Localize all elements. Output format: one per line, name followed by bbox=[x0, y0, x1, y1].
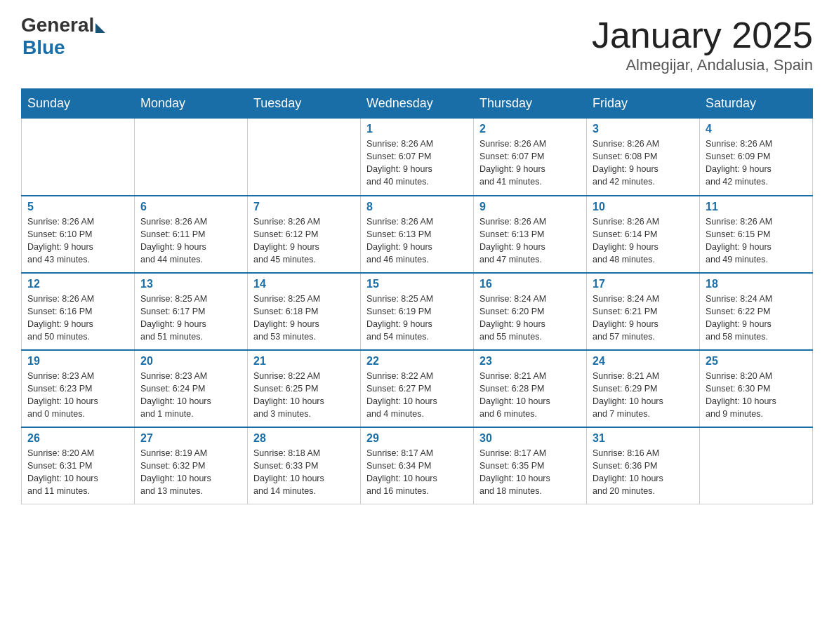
day-info: Sunrise: 8:25 AM Sunset: 6:19 PM Dayligh… bbox=[366, 293, 468, 344]
day-number: 25 bbox=[706, 355, 807, 368]
month-title: January 2025 bbox=[592, 14, 813, 56]
day-number: 15 bbox=[366, 278, 468, 290]
calendar-cell: 26Sunrise: 8:20 AM Sunset: 6:31 PM Dayli… bbox=[22, 427, 135, 504]
calendar-cell: 12Sunrise: 8:26 AM Sunset: 6:16 PM Dayli… bbox=[22, 273, 135, 350]
day-number: 3 bbox=[593, 123, 694, 135]
calendar-cell: 8Sunrise: 8:26 AM Sunset: 6:13 PM Daylig… bbox=[361, 196, 474, 273]
calendar-cell: 2Sunrise: 8:26 AM Sunset: 6:07 PM Daylig… bbox=[474, 119, 587, 196]
calendar-cell: 9Sunrise: 8:26 AM Sunset: 6:13 PM Daylig… bbox=[474, 196, 587, 273]
day-info: Sunrise: 8:18 AM Sunset: 6:33 PM Dayligh… bbox=[253, 447, 355, 498]
day-info: Sunrise: 8:16 AM Sunset: 6:36 PM Dayligh… bbox=[593, 447, 694, 498]
day-info: Sunrise: 8:26 AM Sunset: 6:12 PM Dayligh… bbox=[253, 215, 355, 267]
calendar-cell: 30Sunrise: 8:17 AM Sunset: 6:35 PM Dayli… bbox=[474, 427, 587, 504]
calendar-cell: 17Sunrise: 8:24 AM Sunset: 6:21 PM Dayli… bbox=[587, 273, 700, 350]
day-info: Sunrise: 8:22 AM Sunset: 6:27 PM Dayligh… bbox=[366, 370, 468, 421]
day-info: Sunrise: 8:21 AM Sunset: 6:28 PM Dayligh… bbox=[479, 370, 581, 421]
calendar-cell: 28Sunrise: 8:18 AM Sunset: 6:33 PM Dayli… bbox=[248, 427, 361, 504]
day-info: Sunrise: 8:26 AM Sunset: 6:08 PM Dayligh… bbox=[593, 137, 694, 189]
day-number: 17 bbox=[593, 278, 694, 290]
calendar-table: SundayMondayTuesdayWednesdayThursdayFrid… bbox=[21, 88, 813, 504]
day-info: Sunrise: 8:19 AM Sunset: 6:32 PM Dayligh… bbox=[140, 447, 241, 498]
day-info: Sunrise: 8:26 AM Sunset: 6:10 PM Dayligh… bbox=[27, 215, 128, 267]
calendar-week-row: 12Sunrise: 8:26 AM Sunset: 6:16 PM Dayli… bbox=[22, 273, 813, 350]
day-info: Sunrise: 8:23 AM Sunset: 6:24 PM Dayligh… bbox=[140, 370, 241, 421]
day-info: Sunrise: 8:26 AM Sunset: 6:14 PM Dayligh… bbox=[593, 215, 694, 267]
day-number: 4 bbox=[706, 123, 807, 135]
day-number: 23 bbox=[479, 355, 581, 368]
calendar-week-row: 19Sunrise: 8:23 AM Sunset: 6:23 PM Dayli… bbox=[22, 350, 813, 427]
calendar-cell: 19Sunrise: 8:23 AM Sunset: 6:23 PM Dayli… bbox=[22, 350, 135, 427]
title-area: January 2025 Almegijar, Andalusia, Spain bbox=[592, 14, 813, 74]
calendar-cell: 5Sunrise: 8:26 AM Sunset: 6:10 PM Daylig… bbox=[22, 196, 135, 273]
calendar-cell: 29Sunrise: 8:17 AM Sunset: 6:34 PM Dayli… bbox=[361, 427, 474, 504]
day-info: Sunrise: 8:20 AM Sunset: 6:31 PM Dayligh… bbox=[27, 447, 128, 498]
calendar-cell: 31Sunrise: 8:16 AM Sunset: 6:36 PM Dayli… bbox=[587, 427, 700, 504]
calendar-header-row: SundayMondayTuesdayWednesdayThursdayFrid… bbox=[22, 89, 813, 119]
day-number: 14 bbox=[253, 278, 355, 290]
day-of-week-header: Wednesday bbox=[361, 89, 474, 119]
day-number: 6 bbox=[140, 201, 241, 213]
calendar-cell: 13Sunrise: 8:25 AM Sunset: 6:17 PM Dayli… bbox=[135, 273, 248, 350]
calendar-cell: 15Sunrise: 8:25 AM Sunset: 6:19 PM Dayli… bbox=[361, 273, 474, 350]
day-number: 18 bbox=[706, 278, 807, 290]
logo-arrow-icon bbox=[95, 23, 105, 33]
day-number: 9 bbox=[479, 201, 581, 213]
calendar-week-row: 5Sunrise: 8:26 AM Sunset: 6:10 PM Daylig… bbox=[22, 196, 813, 273]
day-number: 30 bbox=[479, 432, 581, 445]
day-info: Sunrise: 8:26 AM Sunset: 6:07 PM Dayligh… bbox=[366, 137, 468, 189]
calendar-cell: 3Sunrise: 8:26 AM Sunset: 6:08 PM Daylig… bbox=[587, 119, 700, 196]
calendar-cell: 22Sunrise: 8:22 AM Sunset: 6:27 PM Dayli… bbox=[361, 350, 474, 427]
day-number: 11 bbox=[706, 201, 807, 213]
day-number: 24 bbox=[593, 355, 694, 368]
day-number: 2 bbox=[479, 123, 581, 135]
calendar-cell: 23Sunrise: 8:21 AM Sunset: 6:28 PM Dayli… bbox=[474, 350, 587, 427]
day-info: Sunrise: 8:24 AM Sunset: 6:20 PM Dayligh… bbox=[479, 293, 581, 344]
day-number: 21 bbox=[253, 355, 355, 368]
calendar-week-row: 26Sunrise: 8:20 AM Sunset: 6:31 PM Dayli… bbox=[22, 427, 813, 504]
page-header: General Blue January 2025 Almegijar, And… bbox=[21, 14, 813, 74]
day-number: 27 bbox=[140, 432, 241, 445]
day-number: 29 bbox=[366, 432, 468, 445]
day-info: Sunrise: 8:17 AM Sunset: 6:35 PM Dayligh… bbox=[479, 447, 581, 498]
day-number: 7 bbox=[253, 201, 355, 213]
day-of-week-header: Thursday bbox=[474, 89, 587, 119]
day-of-week-header: Tuesday bbox=[248, 89, 361, 119]
calendar-cell bbox=[135, 119, 248, 196]
day-info: Sunrise: 8:23 AM Sunset: 6:23 PM Dayligh… bbox=[27, 370, 128, 421]
day-info: Sunrise: 8:26 AM Sunset: 6:13 PM Dayligh… bbox=[366, 215, 468, 267]
calendar-cell bbox=[700, 427, 813, 504]
day-of-week-header: Monday bbox=[135, 89, 248, 119]
day-number: 5 bbox=[27, 201, 128, 213]
calendar-cell: 10Sunrise: 8:26 AM Sunset: 6:14 PM Dayli… bbox=[587, 196, 700, 273]
day-info: Sunrise: 8:24 AM Sunset: 6:22 PM Dayligh… bbox=[706, 293, 807, 344]
day-of-week-header: Friday bbox=[587, 89, 700, 119]
day-number: 8 bbox=[366, 201, 468, 213]
day-info: Sunrise: 8:22 AM Sunset: 6:25 PM Dayligh… bbox=[253, 370, 355, 421]
day-info: Sunrise: 8:25 AM Sunset: 6:17 PM Dayligh… bbox=[140, 293, 241, 344]
day-number: 12 bbox=[27, 278, 128, 290]
day-info: Sunrise: 8:26 AM Sunset: 6:15 PM Dayligh… bbox=[706, 215, 807, 267]
day-info: Sunrise: 8:25 AM Sunset: 6:18 PM Dayligh… bbox=[253, 293, 355, 344]
calendar-cell: 24Sunrise: 8:21 AM Sunset: 6:29 PM Dayli… bbox=[587, 350, 700, 427]
day-number: 31 bbox=[593, 432, 694, 445]
calendar-cell: 6Sunrise: 8:26 AM Sunset: 6:11 PM Daylig… bbox=[135, 196, 248, 273]
calendar-cell: 7Sunrise: 8:26 AM Sunset: 6:12 PM Daylig… bbox=[248, 196, 361, 273]
calendar-cell bbox=[248, 119, 361, 196]
calendar-cell: 18Sunrise: 8:24 AM Sunset: 6:22 PM Dayli… bbox=[700, 273, 813, 350]
day-info: Sunrise: 8:21 AM Sunset: 6:29 PM Dayligh… bbox=[593, 370, 694, 421]
logo-blue-text: Blue bbox=[22, 36, 65, 59]
calendar-cell: 27Sunrise: 8:19 AM Sunset: 6:32 PM Dayli… bbox=[135, 427, 248, 504]
calendar-cell: 20Sunrise: 8:23 AM Sunset: 6:24 PM Dayli… bbox=[135, 350, 248, 427]
day-info: Sunrise: 8:26 AM Sunset: 6:16 PM Dayligh… bbox=[27, 293, 128, 344]
day-info: Sunrise: 8:20 AM Sunset: 6:30 PM Dayligh… bbox=[706, 370, 807, 421]
day-number: 10 bbox=[593, 201, 694, 213]
calendar-cell: 11Sunrise: 8:26 AM Sunset: 6:15 PM Dayli… bbox=[700, 196, 813, 273]
day-of-week-header: Saturday bbox=[700, 89, 813, 119]
calendar-cell: 14Sunrise: 8:25 AM Sunset: 6:18 PM Dayli… bbox=[248, 273, 361, 350]
day-info: Sunrise: 8:26 AM Sunset: 6:07 PM Dayligh… bbox=[479, 137, 581, 189]
calendar-week-row: 1Sunrise: 8:26 AM Sunset: 6:07 PM Daylig… bbox=[22, 119, 813, 196]
day-info: Sunrise: 8:26 AM Sunset: 6:13 PM Dayligh… bbox=[479, 215, 581, 267]
logo-general-text: General bbox=[21, 14, 94, 36]
day-info: Sunrise: 8:26 AM Sunset: 6:09 PM Dayligh… bbox=[706, 137, 807, 189]
calendar-cell bbox=[22, 119, 135, 196]
